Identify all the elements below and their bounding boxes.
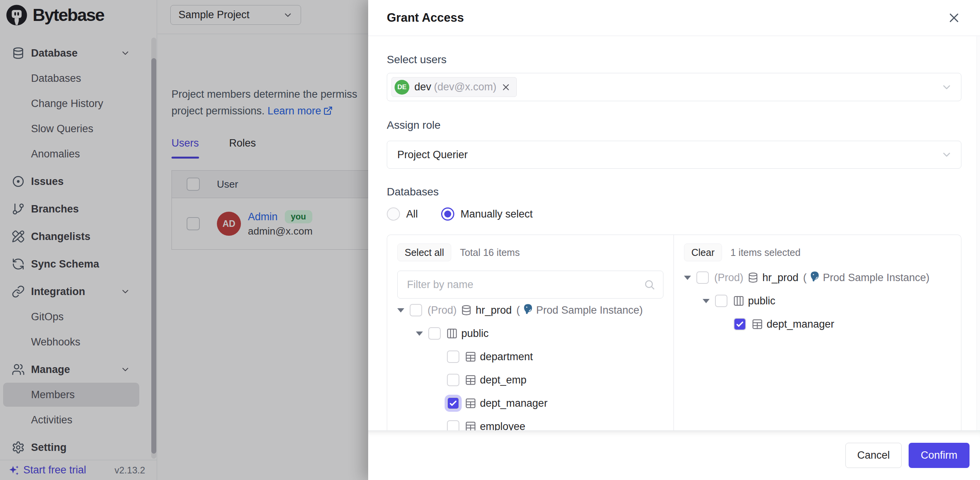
tree-row-employee[interactable]: employee [397,415,663,430]
radio-manual-label: Manually select [461,208,533,220]
filter-input[interactable] [398,271,663,298]
transfer-selected-panel: Clear 1 items selected (Prod)hr_prod(Pro… [674,235,961,430]
chevron-down-icon [941,81,952,93]
tree-node-label: dept_emp [480,374,526,386]
confirm-button[interactable]: Confirm [909,443,970,468]
schema-icon [446,328,458,339]
chevron-down-icon [941,149,952,161]
modal-backdrop[interactable] [0,0,369,480]
clear-button[interactable]: Clear [684,243,722,261]
total-items-label: Total 16 items [460,247,519,258]
tree-row-department[interactable]: department [397,345,663,368]
tree-node-label: department [480,351,533,363]
tree-row-public[interactable]: public [684,289,951,313]
tree-caret-icon[interactable] [703,299,715,303]
select-users-label: Select users [387,54,961,66]
chip-user-name: dev [414,81,431,93]
tree-row-hr_prod[interactable]: (Prod)hr_prod(Prod Sample Instance) [397,299,663,322]
tree-checkbox[interactable] [447,420,459,430]
select-all-button[interactable]: Select all [397,243,451,261]
tree-checkbox[interactable] [447,374,459,386]
drawer-header: Grant Access [368,0,980,36]
drawer-body: Select users DE dev (dev@x.com) Assign r… [368,36,980,430]
table-icon [465,421,476,430]
database-scope-radios: All Manually select [387,207,961,221]
drawer-footer: Cancel Confirm [368,430,980,480]
radio-all-label: All [406,208,418,220]
transfer-source-panel: Select all Total 16 items (Prod)hr_prod(… [387,235,674,430]
radio-manually-select[interactable]: Manually select [441,207,533,221]
tree-row-dept_emp[interactable]: dept_emp [397,368,663,392]
source-tree: (Prod)hr_prod(Prod Sample Instance)publi… [397,299,663,430]
databases-label: Databases [387,186,961,198]
table-icon [465,397,476,409]
role-select[interactable]: Project Querier [387,141,961,169]
tree-checkbox[interactable] [447,397,459,409]
tree-node-label: public [461,328,489,340]
assign-role-label: Assign role [387,119,961,131]
paren-open: ( [803,272,807,284]
chip-remove-icon[interactable] [501,82,511,92]
environment-label: (Prod) [714,272,743,284]
tree-checkbox[interactable] [428,327,441,340]
source-panel-header: Select all Total 16 items [397,243,663,261]
search-icon [644,279,655,290]
instance-label: (Prod Sample Instance) [803,271,930,285]
database-transfer: Select all Total 16 items (Prod)hr_prod(… [387,235,961,430]
tree-checkbox[interactable] [696,271,709,284]
selected-tree: (Prod)hr_prod(Prod Sample Instance)publi… [684,266,951,336]
drawer-title: Grant Access [387,11,464,25]
postgres-icon [522,303,534,318]
environment-label: (Prod) [428,304,457,316]
tree-caret-icon[interactable] [397,308,410,313]
tree-checkbox[interactable] [734,318,746,330]
tree-checkbox[interactable] [447,351,459,363]
tree-caret-icon[interactable] [416,332,428,336]
grant-access-drawer: Grant Access Select users DE dev (dev@x.… [368,0,980,480]
tree-node-label: public [748,295,776,307]
filter-field [397,271,663,299]
tree-checkbox[interactable] [715,295,727,307]
tree-checkbox[interactable] [410,304,422,316]
tree-row-hr_prod[interactable]: (Prod)hr_prod(Prod Sample Instance) [684,266,951,289]
app-root: Bytebase DatabaseDatabasesChange History… [0,0,980,480]
tree-row-dept_manager[interactable]: dept_manager [684,313,951,336]
table-icon [465,351,476,363]
tree-node-label: employee [480,421,525,431]
selected-panel-header: Clear 1 items selected [684,243,951,261]
paren-open: ( [516,304,520,316]
database-icon [461,304,472,316]
postgres-icon [809,271,821,285]
tree-node-label: hr_prod [762,272,798,284]
tree-row-public[interactable]: public [397,322,663,345]
drawer-scrollbar[interactable] [977,36,980,430]
radio-all[interactable]: All [387,207,418,221]
radio-circle [387,207,400,221]
tree-node-label: hr_prod [476,304,512,316]
tree-node-label: dept_manager [480,397,547,409]
chip-user-email: (dev@x.com) [434,81,497,93]
close-button[interactable] [947,10,961,25]
table-icon [751,318,763,330]
schema-icon [733,295,745,307]
tree-node-label: dept_manager [767,318,834,330]
close-icon [947,10,961,25]
selected-items-label: 1 items selected [731,247,801,258]
users-select[interactable]: DE dev (dev@x.com) [387,73,961,101]
tree-row-dept_manager[interactable]: dept_manager [397,392,663,415]
avatar: DE [395,80,409,95]
database-icon [747,272,759,283]
role-select-value: Project Querier [397,149,468,161]
tree-caret-icon[interactable] [684,276,696,280]
user-chip: DE dev (dev@x.com) [391,77,517,97]
cancel-button[interactable]: Cancel [845,443,902,468]
table-icon [465,374,476,386]
radio-circle-checked [441,207,454,221]
instance-label: (Prod Sample Instance) [516,303,643,318]
